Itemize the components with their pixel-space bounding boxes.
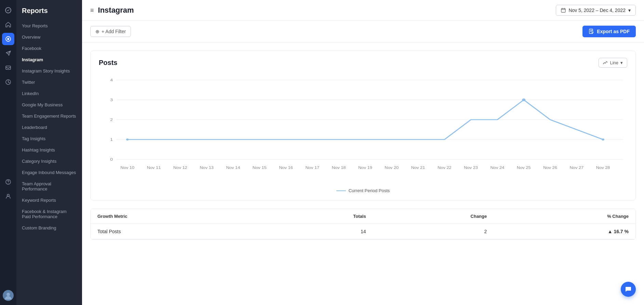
help-icon[interactable] bbox=[2, 176, 14, 188]
page-title: Instagram bbox=[98, 6, 552, 15]
chevron-down-icon: ▾ bbox=[628, 8, 631, 13]
table-header-row: Growth Metric Totals Change % Change bbox=[91, 209, 635, 224]
topbar: ≡ Instagram Nov 5, 2022 – Dec 4, 2022 ▾ bbox=[82, 0, 644, 21]
metric-totals: 14 bbox=[266, 224, 373, 239]
main-content: ≡ Instagram Nov 5, 2022 – Dec 4, 2022 ▾ … bbox=[82, 0, 644, 305]
analytics-icon[interactable] bbox=[2, 76, 14, 88]
svg-point-6 bbox=[8, 183, 9, 184]
add-filter-label: + Add Filter bbox=[102, 29, 126, 34]
home-icon[interactable] bbox=[2, 18, 14, 31]
add-filter-button[interactable]: ⊕ + Add Filter bbox=[90, 26, 131, 37]
svg-text:1: 1 bbox=[110, 137, 113, 142]
chart-title: Posts bbox=[99, 59, 117, 67]
reports-active-icon[interactable] bbox=[2, 33, 14, 45]
svg-text:Nov 16: Nov 16 bbox=[279, 166, 293, 169]
svg-text:Nov 25: Nov 25 bbox=[517, 166, 531, 169]
svg-text:Nov 19: Nov 19 bbox=[358, 166, 372, 169]
svg-text:Nov 28: Nov 28 bbox=[596, 166, 610, 169]
svg-text:Nov 20: Nov 20 bbox=[385, 166, 399, 169]
svg-point-2 bbox=[7, 38, 9, 40]
posts-chart-section: Posts Line ▾ 4 bbox=[90, 51, 636, 200]
sidebar-nav: Your Reports Overview Facebook Instagram… bbox=[16, 20, 82, 234]
date-range-label: Nov 5, 2022 – Dec 4, 2022 bbox=[568, 8, 626, 13]
svg-text:0: 0 bbox=[110, 157, 113, 161]
metric-change: 2 bbox=[373, 224, 494, 239]
legend-line bbox=[336, 190, 346, 191]
svg-point-5 bbox=[6, 180, 11, 184]
sidebar-item-facebook[interactable]: Facebook bbox=[16, 43, 82, 54]
svg-text:Nov 10: Nov 10 bbox=[120, 166, 134, 169]
svg-text:Nov 23: Nov 23 bbox=[464, 166, 478, 169]
sidebar-item-hashtag-insights[interactable]: Hashtag Insights bbox=[16, 144, 82, 156]
sidebar-item-linkedin[interactable]: LinkedIn bbox=[16, 88, 82, 99]
sidebar-item-fb-ig-paid[interactable]: Facebook & Instagram Paid Performance bbox=[16, 206, 82, 222]
growth-table: Growth Metric Totals Change % Change Tot… bbox=[91, 209, 635, 239]
text-sidebar: Reports Your Reports Overview Facebook I… bbox=[16, 0, 82, 305]
svg-point-43 bbox=[602, 138, 604, 141]
sidebar-item-overview[interactable]: Overview bbox=[16, 31, 82, 43]
svg-text:Nov 27: Nov 27 bbox=[569, 166, 583, 169]
svg-point-42 bbox=[522, 98, 525, 101]
sidebar-item-instagram-story[interactable]: Instagram Story Insights bbox=[16, 65, 82, 77]
sidebar-item-gmb[interactable]: Google My Business bbox=[16, 99, 82, 110]
svg-text:Nov 21: Nov 21 bbox=[411, 166, 425, 169]
svg-text:Nov 12: Nov 12 bbox=[173, 166, 187, 169]
export-pdf-button[interactable]: Export as PDF bbox=[582, 26, 636, 37]
date-range-button[interactable]: Nov 5, 2022 – Dec 4, 2022 ▾ bbox=[556, 5, 636, 16]
svg-point-9 bbox=[6, 293, 10, 296]
menu-icon[interactable]: ≡ bbox=[90, 7, 94, 14]
logo-icon[interactable] bbox=[2, 4, 14, 16]
icon-sidebar bbox=[0, 0, 16, 305]
svg-text:Nov 13: Nov 13 bbox=[200, 166, 214, 169]
svg-text:Nov 15: Nov 15 bbox=[253, 166, 267, 169]
svg-text:Nov 14: Nov 14 bbox=[226, 166, 240, 169]
svg-text:2: 2 bbox=[110, 118, 113, 122]
sidebar-item-team-approval[interactable]: Team Approval Performance bbox=[16, 178, 82, 195]
sidebar-item-twitter[interactable]: Twitter bbox=[16, 77, 82, 88]
chart-type-button[interactable]: Line ▾ bbox=[599, 58, 627, 68]
chart-legend: Current Period Posts bbox=[99, 188, 627, 193]
chat-fab-button[interactable] bbox=[621, 282, 636, 297]
sidebar-item-tag-insights[interactable]: Tag Insights bbox=[16, 133, 82, 144]
sidebar-item-team-engagement[interactable]: Team Engagement Reports bbox=[16, 110, 82, 122]
sidebar-item-engage-inbound[interactable]: Engage Inbound Messages bbox=[16, 167, 82, 178]
sidebar-item-your-reports[interactable]: Your Reports bbox=[16, 20, 82, 31]
posts-chart-svg: 4 3 2 1 0 Nov 10 Nov 11 Nov 12 Nov 13 No… bbox=[99, 73, 627, 183]
sidebar-item-keyword-reports[interactable]: Keyword Reports bbox=[16, 195, 82, 206]
chat-icon bbox=[625, 286, 632, 293]
filter-row: ⊕ + Add Filter Export as PDF bbox=[82, 21, 644, 42]
svg-text:Nov 22: Nov 22 bbox=[438, 166, 452, 169]
svg-text:Nov 26: Nov 26 bbox=[543, 166, 557, 169]
legend-label: Current Period Posts bbox=[349, 188, 390, 193]
calendar-icon bbox=[561, 8, 566, 13]
sidebar-item-instagram[interactable]: Instagram bbox=[16, 54, 82, 65]
growth-table-section: Growth Metric Totals Change % Change Tot… bbox=[90, 209, 636, 240]
line-chart-icon bbox=[603, 61, 608, 65]
avatar[interactable] bbox=[3, 290, 14, 301]
chart-type-label: Line bbox=[610, 60, 618, 65]
inbox-icon[interactable] bbox=[2, 62, 14, 74]
col-growth-metric: Growth Metric bbox=[91, 209, 266, 224]
sidebar-item-custom-branding[interactable]: Custom Branding bbox=[16, 222, 82, 234]
sidebar-title: Reports bbox=[16, 0, 82, 20]
svg-text:Nov 18: Nov 18 bbox=[332, 166, 346, 169]
content-area: Posts Line ▾ 4 bbox=[82, 42, 644, 305]
svg-text:Nov 11: Nov 11 bbox=[147, 166, 161, 169]
sidebar-item-category-insights[interactable]: Category Insights bbox=[16, 156, 82, 167]
metric-pct-change: ▲ 16.7 % bbox=[494, 224, 635, 239]
metric-name: Total Posts bbox=[91, 224, 266, 239]
chart-wrap: 4 3 2 1 0 Nov 10 Nov 11 Nov 12 Nov 13 No… bbox=[99, 73, 627, 193]
chart-header: Posts Line ▾ bbox=[99, 58, 627, 68]
users-icon[interactable] bbox=[2, 190, 14, 202]
svg-text:Nov 17: Nov 17 bbox=[305, 166, 319, 169]
svg-text:4: 4 bbox=[110, 78, 113, 82]
svg-point-41 bbox=[126, 138, 129, 141]
svg-text:Nov 24: Nov 24 bbox=[491, 166, 505, 169]
svg-text:3: 3 bbox=[110, 98, 113, 102]
plus-icon: ⊕ bbox=[95, 29, 99, 34]
col-change: Change bbox=[373, 209, 494, 224]
col-totals: Totals bbox=[266, 209, 373, 224]
send-icon[interactable] bbox=[2, 47, 14, 59]
sidebar-item-leaderboard[interactable]: Leaderboard bbox=[16, 122, 82, 133]
col-pct-change: % Change bbox=[494, 209, 635, 224]
